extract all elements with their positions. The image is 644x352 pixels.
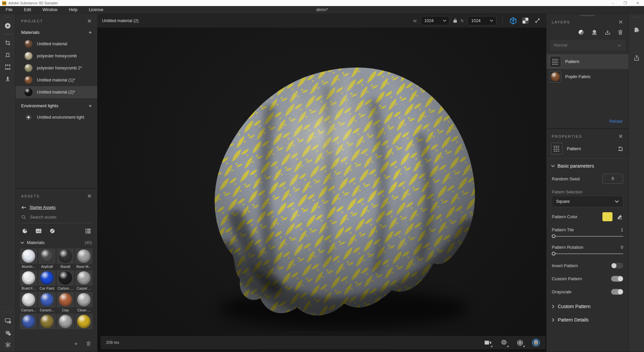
close-icon[interactable] bbox=[87, 194, 92, 198]
restore-button[interactable]: ❐ bbox=[624, 1, 627, 5]
delete-layer-icon[interactable] bbox=[618, 29, 623, 36]
asset-tile[interactable] bbox=[75, 314, 93, 329]
clone-stamp-icon[interactable] bbox=[4, 75, 11, 83]
chevron-down-icon bbox=[490, 19, 493, 22]
cloth-3d-render[interactable] bbox=[186, 50, 481, 332]
height-select[interactable]: 1024 bbox=[468, 16, 496, 25]
share-export-icon[interactable] bbox=[633, 54, 640, 62]
material-row[interactable]: Untitled material bbox=[16, 38, 97, 50]
reset-icon[interactable] bbox=[617, 145, 624, 152]
asset-tile[interactable]: Car Paint bbox=[38, 270, 56, 291]
minimize-button[interactable]: – bbox=[612, 1, 614, 5]
pattern-color-label: Pattern Color bbox=[552, 214, 578, 219]
material-type-filter-icon[interactable] bbox=[22, 228, 28, 234]
search-input[interactable] bbox=[30, 215, 80, 220]
material-row[interactable]: polyester honeycomb bbox=[16, 50, 97, 62]
grayscale-toggle[interactable] bbox=[611, 289, 623, 295]
materials-group-header[interactable]: Materials (40) bbox=[16, 236, 97, 248]
blend-mode-select[interactable]: Normal bbox=[550, 40, 625, 51]
color-swatches-icon[interactable] bbox=[616, 214, 623, 220]
layer-row[interactable]: Poplin Fabric bbox=[546, 69, 629, 84]
properties-panel: PROPERTIES Pattern Basic parameters Ra bbox=[546, 129, 629, 352]
custom-pattern-toggle[interactable] bbox=[611, 276, 623, 282]
custom-pattern-section[interactable]: Custom Pattern bbox=[546, 298, 629, 312]
pattern-node-thumbnail bbox=[551, 143, 562, 154]
panel-grip[interactable] bbox=[580, 15, 595, 16]
close-icon[interactable] bbox=[619, 20, 623, 24]
menu-license[interactable]: License bbox=[83, 7, 109, 12]
material-settings-icon[interactable] bbox=[4, 329, 11, 336]
add-icon[interactable] bbox=[4, 22, 11, 30]
pattern-selection-select[interactable]: Square bbox=[552, 196, 623, 207]
sbsar-type-filter-icon[interactable] bbox=[49, 228, 55, 234]
viewport-3d[interactable]: Untitled material (2) w: 1024 h: 1024 bbox=[97, 14, 546, 352]
menu-edit[interactable]: Edit bbox=[18, 7, 37, 12]
menu-file[interactable]: File bbox=[0, 7, 18, 12]
add-environment-button[interactable]: + bbox=[89, 103, 92, 109]
invert-pattern-toggle[interactable] bbox=[611, 263, 623, 269]
pattern-details-section[interactable]: Pattern Details bbox=[546, 312, 629, 325]
material-row[interactable]: polyester honeycomb 2* bbox=[16, 62, 97, 74]
add-material-button[interactable]: + bbox=[89, 30, 92, 35]
add-material-layer-icon[interactable] bbox=[578, 29, 584, 36]
chevron-right-icon bbox=[552, 318, 554, 322]
asset-tile[interactable]: Cerami... bbox=[38, 292, 56, 312]
width-select[interactable]: 1024 bbox=[421, 16, 449, 25]
image-type-filter-icon[interactable] bbox=[35, 228, 42, 234]
display-mode-icon[interactable] bbox=[532, 339, 540, 347]
search-field[interactable] bbox=[21, 215, 92, 223]
globe-grid-icon[interactable] bbox=[516, 339, 524, 347]
pattern-tile-slider[interactable] bbox=[552, 234, 623, 238]
asset-tile[interactable] bbox=[57, 314, 74, 329]
perspective-icon[interactable] bbox=[4, 51, 11, 59]
asset-tile[interactable] bbox=[38, 314, 56, 329]
reload-link[interactable]: Reload bbox=[609, 119, 623, 124]
asset-tile[interactable]: Carbon ... bbox=[57, 270, 74, 291]
material-row[interactable]: Untitled material (1)* bbox=[16, 74, 97, 86]
asset-tile[interactable]: Asphalt bbox=[38, 248, 56, 269]
pattern-color-swatch[interactable] bbox=[602, 212, 612, 221]
camera-icon[interactable] bbox=[484, 339, 492, 347]
asset-tile[interactable]: Carrara... bbox=[20, 292, 37, 312]
back-arrow-icon[interactable] bbox=[21, 205, 26, 210]
random-seed-input[interactable]: 0 bbox=[602, 174, 623, 184]
display-settings-icon[interactable] bbox=[4, 317, 11, 324]
asset-tile[interactable]: Alumin... bbox=[20, 248, 37, 269]
starter-assets-link[interactable]: Starter Assets bbox=[30, 205, 56, 210]
fullscreen-icon[interactable] bbox=[533, 16, 542, 25]
asset-tile[interactable]: Basalt bbox=[57, 248, 74, 269]
pattern-rotation-slider[interactable] bbox=[552, 252, 623, 256]
menu-help[interactable]: Help bbox=[63, 7, 83, 12]
crop-icon[interactable] bbox=[4, 39, 11, 47]
lock-icon[interactable] bbox=[453, 18, 458, 23]
asset-tile[interactable]: Base M... bbox=[75, 248, 93, 269]
material-thumbnail bbox=[24, 64, 33, 72]
close-button[interactable]: ✕ bbox=[636, 1, 639, 5]
divider bbox=[3, 34, 12, 35]
material-thumbnail bbox=[24, 76, 33, 84]
edit-document-icon[interactable] bbox=[633, 27, 640, 34]
list-view-icon[interactable] bbox=[85, 228, 91, 234]
transform-icon[interactable] bbox=[4, 63, 11, 71]
add-effect-layer-icon[interactable] bbox=[591, 29, 598, 36]
close-icon[interactable] bbox=[87, 19, 92, 23]
asset-tile[interactable]: Clay bbox=[57, 292, 74, 312]
asset-tile[interactable]: Braid F... bbox=[20, 270, 37, 291]
layer-row-selected[interactable]: Pattern bbox=[546, 54, 629, 69]
asset-tile[interactable]: Carpet ... bbox=[75, 270, 93, 291]
asset-tile[interactable] bbox=[20, 314, 37, 329]
close-icon[interactable] bbox=[619, 134, 623, 139]
menu-window[interactable]: Window bbox=[37, 7, 63, 12]
material-row-selected[interactable]: Untitled material (2)* bbox=[16, 86, 97, 98]
view-3d-icon[interactable] bbox=[509, 16, 518, 25]
trash-icon[interactable] bbox=[86, 341, 91, 348]
pattern-tile-label: Pattern Tile bbox=[552, 227, 574, 232]
asset-tile[interactable]: Clean ... bbox=[75, 292, 93, 312]
basic-parameters-section[interactable]: Basic parameters bbox=[546, 159, 629, 171]
add-asset-icon[interactable]: + bbox=[74, 341, 78, 348]
environment-light-row[interactable]: Untitled environment light bbox=[16, 111, 97, 123]
environment-icon[interactable] bbox=[500, 339, 508, 347]
view-2d-icon[interactable] bbox=[521, 16, 530, 25]
connections-icon[interactable] bbox=[4, 341, 11, 348]
import-layer-icon[interactable] bbox=[604, 29, 611, 36]
